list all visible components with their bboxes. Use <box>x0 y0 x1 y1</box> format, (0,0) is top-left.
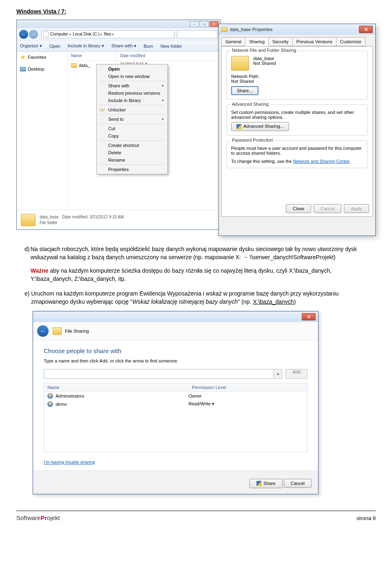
group-title: Network File and Folder Sharing <box>230 48 298 53</box>
path-value: Not Shared <box>231 79 363 84</box>
tab-security[interactable]: Security <box>268 37 293 46</box>
ctx-shortcut[interactable]: Create shortcut <box>98 142 167 149</box>
folder-icon <box>21 214 36 226</box>
explorer-filelist: Name Date modified data_ 21/2012 9:15 A … <box>68 52 220 210</box>
ctx-delete[interactable]: Delete <box>98 149 167 156</box>
breadcrumb[interactable]: files <box>104 32 111 36</box>
ctx-include[interactable]: Include in library <box>98 97 167 104</box>
status-name: data_base <box>40 215 59 219</box>
breadcrumb[interactable]: Local Disk (C:) <box>73 32 100 36</box>
ctx-share[interactable]: Share with <box>98 82 167 89</box>
network-center-link[interactable]: Network and Sharing Center <box>293 159 350 164</box>
share-name: data_base <box>253 56 276 61</box>
address-bar[interactable]: Computer▸ Local Disk (C:)▸ files▸ <box>41 30 174 38</box>
ctx-open-new[interactable]: Open in new window <box>98 73 167 80</box>
close-button[interactable]: ✕ <box>302 313 316 320</box>
ctx-restore[interactable]: Restore previous versions <box>98 89 167 97</box>
permissions-table: Name Permission Level Administrators Own… <box>44 383 307 452</box>
group-advanced-sharing: Advanced Sharing Set custom permissions,… <box>227 104 368 136</box>
status-meta: Date modified: 3/21/2012 9:15 AM <box>62 215 124 219</box>
fs-subtext: Type a name and then click Add, or click… <box>44 358 307 363</box>
user-icon <box>47 393 53 399</box>
ctx-copy[interactable]: Copy <box>98 132 167 140</box>
search-input[interactable] <box>177 30 218 38</box>
toolbar-open[interactable]: Open <box>49 44 60 49</box>
back-button[interactable]: ← <box>19 30 28 39</box>
trouble-link[interactable]: I'm having trouble sharing <box>44 460 95 465</box>
col-name[interactable]: Name <box>44 383 189 391</box>
col-permission[interactable]: Permission Level <box>189 383 307 391</box>
toolbar-include[interactable]: Include in library ▾ <box>68 43 104 49</box>
group-title: Password Protection <box>230 138 275 142</box>
tab-sharing[interactable]: Sharing <box>245 37 269 46</box>
star-icon <box>20 54 26 60</box>
col-date[interactable]: Date modified <box>117 52 220 60</box>
share-button[interactable]: Share... <box>231 86 258 95</box>
list-item-e: e) Uruchom na każdym komputerze program … <box>24 289 363 306</box>
path-label: Network Path: <box>231 74 363 79</box>
cancel-button[interactable]: Cancel <box>314 204 341 213</box>
group-network-sharing: Network File and Folder Sharing data_bas… <box>227 51 368 100</box>
desktop-icon <box>20 67 26 71</box>
dropdown-button[interactable]: ▼ <box>274 369 282 379</box>
ctx-open[interactable]: Open <box>98 65 167 73</box>
group-text: To change this setting, use the <box>231 159 293 164</box>
sidebar-favorites[interactable]: Favorites <box>20 54 64 60</box>
apply-button[interactable]: Apply <box>344 204 369 213</box>
sidebar-desktop[interactable]: Desktop <box>20 67 64 71</box>
col-name[interactable]: Name <box>68 52 117 60</box>
list-label: d) <box>24 245 31 283</box>
ctx-rename[interactable]: Rename <box>98 156 167 164</box>
name-input[interactable] <box>44 369 274 379</box>
status-type: File folder <box>40 220 58 225</box>
explorer-navbar: ← → Computer▸ Local Disk (C:)▸ files▸ <box>17 28 220 40</box>
list-item-d: d) Na stacjach roboczych, które będą wsp… <box>24 245 363 283</box>
ctx-send[interactable]: Send to <box>98 116 167 123</box>
table-row[interactable]: Administrators Owner <box>44 392 307 400</box>
advanced-sharing-button[interactable]: Advanced Sharing... <box>231 122 289 131</box>
back-button[interactable]: ← <box>37 325 49 337</box>
group-title: Advanced Sharing <box>230 102 270 107</box>
folder-icon <box>221 27 227 32</box>
group-text: Set custom permissions, create multiple … <box>231 110 363 120</box>
table-row[interactable]: demo Read/Write ▾ <box>44 400 307 408</box>
close-button[interactable]: ✕ <box>209 21 218 27</box>
toolbar-organize[interactable]: Organize ▾ <box>20 43 42 49</box>
important-label: Ważne <box>31 267 49 274</box>
add-button[interactable]: Add <box>285 369 307 379</box>
explorer-sidebar: Favorites Desktop <box>17 52 68 210</box>
properties-titlebar: data_base Properties ✕ <box>219 24 375 35</box>
close-button[interactable]: Close <box>286 204 311 213</box>
properties-tabs: General Sharing Security Previous Versio… <box>219 35 375 46</box>
tab-customize[interactable]: Customize <box>336 37 365 46</box>
computer-icon <box>43 31 49 37</box>
share-button[interactable]: Share <box>249 479 282 489</box>
breadcrumb[interactable]: Computer <box>50 32 68 36</box>
cancel-button[interactable]: Cancel <box>284 479 312 488</box>
tab-previous[interactable]: Previous Versions <box>292 37 336 46</box>
dialog-title: data_base Properties <box>230 27 359 32</box>
key-icon <box>100 108 105 113</box>
toolbar-newfolder[interactable]: New folder <box>160 44 182 49</box>
toolbar-burn[interactable]: Burn <box>144 44 153 49</box>
explorer-titlebar: ─ ▭ ✕ <box>17 20 220 28</box>
tab-general[interactable]: General <box>221 37 245 46</box>
path-link: X:\baza_danych <box>253 298 294 305</box>
shield-icon <box>236 124 242 129</box>
ctx-cut[interactable]: Cut <box>98 125 167 132</box>
explorer-toolbar: Organize ▾ Open Include in library ▾ Sha… <box>17 40 220 52</box>
maximize-button[interactable]: ▭ <box>200 21 209 27</box>
group-password: Password Protection People must have a u… <box>227 140 368 168</box>
file-sharing-dialog: ✕ ← File Sharing Choose people to share … <box>33 311 318 495</box>
list-label: e) <box>24 289 31 306</box>
properties-dialog: data_base Properties ✕ General Sharing S… <box>218 24 376 236</box>
page-number: strona 9 <box>356 515 376 521</box>
context-menu: Open Open in new window Share with Resto… <box>96 64 168 174</box>
forward-button[interactable]: → <box>29 30 38 39</box>
ctx-unlocker[interactable]: Unlocker <box>98 106 167 113</box>
fs-title-text: File Sharing <box>65 329 89 333</box>
minimize-button[interactable]: ─ <box>190 21 199 27</box>
toolbar-share[interactable]: Share with ▾ <box>111 43 136 49</box>
close-button[interactable]: ✕ <box>359 26 373 33</box>
ctx-properties[interactable]: Properties <box>98 166 167 173</box>
